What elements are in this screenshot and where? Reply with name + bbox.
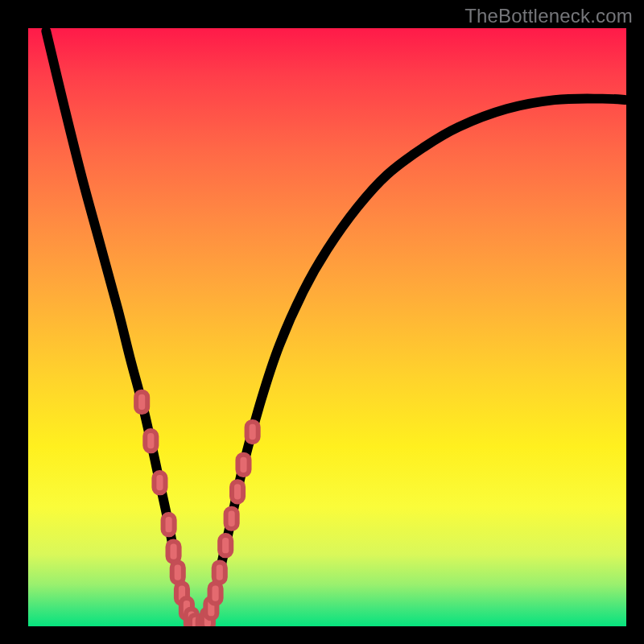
data-marker (247, 422, 258, 442)
watermark-text: TheBottleneck.com (464, 5, 633, 27)
data-marker (210, 584, 221, 604)
data-marker (167, 541, 179, 561)
marker-layer (136, 392, 258, 626)
data-marker (136, 392, 147, 412)
chart-svg (28, 28, 626, 626)
main-curve (46, 31, 626, 626)
data-marker (172, 562, 184, 582)
data-marker (214, 562, 225, 582)
plot-area (28, 28, 626, 626)
data-marker (237, 455, 249, 475)
data-marker (220, 535, 231, 555)
data-marker (145, 431, 156, 451)
data-marker (154, 473, 165, 493)
data-marker (163, 514, 175, 535)
chart-frame: TheBottleneck.com (0, 0, 644, 644)
data-marker (232, 481, 243, 502)
data-marker (226, 509, 237, 529)
